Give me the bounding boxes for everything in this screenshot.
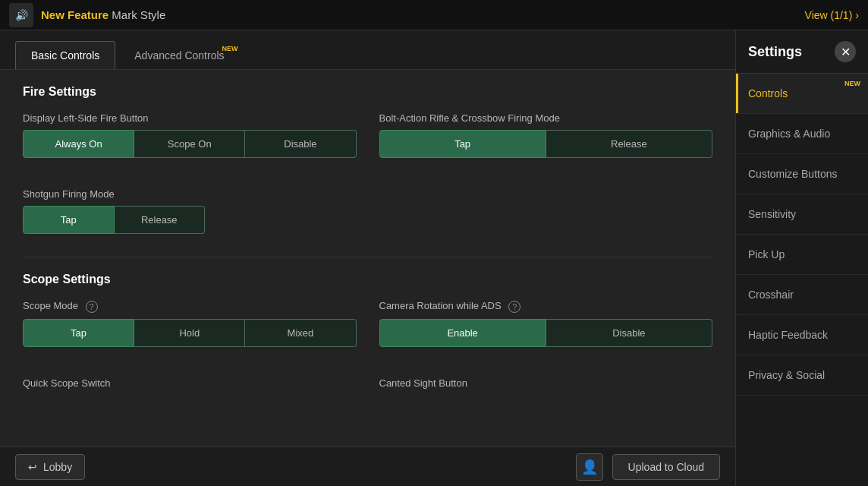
scope-settings-section: Scope Settings Scope Mode ? Tap Hold Mix… [23,273,712,410]
scope-settings-title: Scope Settings [23,273,712,286]
sidebar-item-sensitivity[interactable]: Sensitivity [736,194,868,235]
shotgun-btngroup: Tap Release [23,206,205,234]
sidebar-item-pickup[interactable]: Pick Up [736,235,868,275]
scope-mixed-btn[interactable]: Mixed [245,319,356,347]
fire-settings-section: Fire Settings Display Left-Side Fire But… [23,85,712,234]
shotgun-group: Shotgun Firing Mode Tap Release [23,188,712,234]
sidebar: Settings ✕ Controls NEW Graphics & Audio… [735,30,868,486]
close-icon: ✕ [841,45,851,59]
bolt-release-btn[interactable]: Release [546,130,712,158]
canted-sight-group: Canted Sight Button [379,377,713,395]
camera-rotation-label: Camera Rotation while ADS ? [379,300,713,313]
fire-scope-on-btn[interactable]: Scope On [134,130,245,158]
sidebar-item-controls[interactable]: Controls NEW [736,74,868,114]
display-fire-btngroup: Always On Scope On Disable [23,130,357,158]
content-area: Basic Controls Advanced Controls NEW Fir… [0,30,735,486]
top-bar: 🔊 New Feature Mark Style View (1/1) › [0,0,868,30]
sidebar-item-privacy[interactable]: Privacy & Social [736,355,868,396]
scope-mode-info-icon[interactable]: ? [86,301,98,313]
speaker-icon: 🔊 [9,3,33,27]
sidebar-header: Settings ✕ [736,30,868,74]
view-counter[interactable]: View (1/1) › [805,9,859,21]
fire-settings-title: Fire Settings [23,85,712,99]
tab-basic-controls[interactable]: Basic Controls [15,41,115,69]
camera-rotation-group: Camera Rotation while ADS ? Enable Disab… [379,300,713,347]
display-fire-label: Display Left-Side Fire Button [23,112,357,124]
shotgun-label: Shotgun Firing Mode [23,188,712,200]
camera-disable-btn[interactable]: Disable [546,319,712,347]
fire-settings-row: Display Left-Side Fire Button Always On … [23,112,712,173]
shotgun-release-btn[interactable]: Release [115,206,206,234]
camera-rotation-info-icon[interactable]: ? [508,301,520,313]
sidebar-item-haptic[interactable]: Haptic Feedback [736,315,868,355]
settings-scroll[interactable]: Fire Settings Display Left-Side Fire But… [0,70,735,447]
display-fire-group: Display Left-Side Fire Button Always On … [23,112,357,158]
camera-rotation-btngroup: Enable Disable [379,319,713,347]
section-divider [23,257,712,257]
lobby-icon: ↩ [28,461,37,473]
title-highlight: New Feature [41,8,108,21]
sidebar-item-graphics[interactable]: Graphics & Audio [736,114,868,154]
upload-cloud-button[interactable]: Upload to Cloud [612,454,720,480]
bolt-tap-btn[interactable]: Tap [379,130,546,158]
shotgun-tap-btn[interactable]: Tap [23,206,115,234]
bolt-action-btngroup: Tap Release [379,130,713,158]
scope-mode-group: Scope Mode ? Tap Hold Mixed [23,300,357,347]
bottom-right-actions: 👤 Upload to Cloud [576,453,720,481]
profile-button[interactable]: 👤 [576,453,603,481]
sidebar-title: Settings [748,44,802,60]
main-layout: Basic Controls Advanced Controls NEW Fir… [0,30,868,486]
scope-bottom-row: Quick Scope Switch Canted Sight Button [23,377,712,410]
tab-advanced-controls[interactable]: Advanced Controls NEW [118,41,240,69]
profile-icon: 👤 [581,459,598,475]
scope-mode-btngroup: Tap Hold Mixed [23,319,357,347]
quick-scope-label: Quick Scope Switch [23,377,357,389]
quick-scope-group: Quick Scope Switch [23,377,357,395]
sidebar-items-list: Controls NEW Graphics & Audio Customize … [736,74,868,486]
bottom-bar: ↩ Lobby 👤 Upload to Cloud [0,447,735,486]
camera-enable-btn[interactable]: Enable [379,319,546,347]
lobby-label: Lobby [43,461,72,473]
top-bar-title: New Feature Mark Style [41,8,165,21]
sidebar-item-crosshair[interactable]: Crosshair [736,275,868,315]
lobby-button[interactable]: ↩ Lobby [15,454,85,480]
scope-mode-label: Scope Mode ? [23,300,357,313]
sidebar-close-button[interactable]: ✕ [835,41,856,62]
fire-disable-btn[interactable]: Disable [245,130,356,158]
controls-new-badge: NEW [844,80,860,87]
title-suffix: Mark Style [108,8,165,21]
canted-sight-label: Canted Sight Button [379,377,713,389]
scope-hold-btn[interactable]: Hold [134,319,245,347]
advanced-new-badge: NEW [222,45,238,52]
scope-settings-row: Scope Mode ? Tap Hold Mixed Camera Rotat… [23,300,712,362]
bolt-action-label: Bolt-Action Rifle & Crossbow Firing Mode [379,112,713,124]
bolt-action-group: Bolt-Action Rifle & Crossbow Firing Mode… [379,112,713,158]
tabs-bar: Basic Controls Advanced Controls NEW [0,30,735,70]
fire-always-on-btn[interactable]: Always On [23,130,134,158]
scope-tap-btn[interactable]: Tap [23,319,134,347]
sidebar-item-customize[interactable]: Customize Buttons [736,154,868,194]
